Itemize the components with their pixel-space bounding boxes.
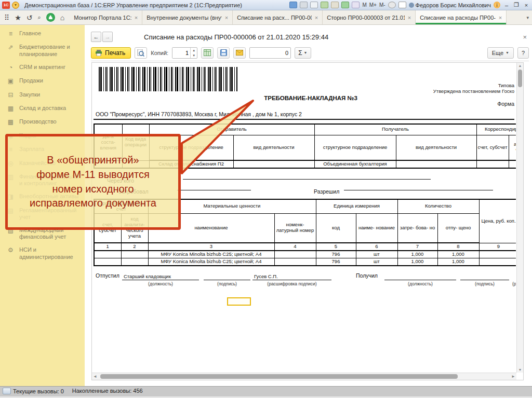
print-button[interactable]: Печать xyxy=(91,47,131,59)
minimize-button[interactable]: – xyxy=(503,2,510,8)
counter-field[interactable]: 0 xyxy=(249,47,291,59)
table-row[interactable]: МФУ Konica Minolta bizhub C25; цветной; … xyxy=(94,258,516,265)
memory-m-button[interactable]: M xyxy=(362,2,366,8)
cell-name: МФУ Konica Minolta bizhub C25; цветной; … xyxy=(148,258,274,265)
info-icon[interactable]: i xyxy=(494,2,500,8)
cell-receiver-struct: Объединенная бухгалтерия xyxy=(314,160,396,168)
position-caption: (должность) xyxy=(122,281,199,286)
close-button[interactable]: × xyxy=(523,2,530,8)
sidebar-item-main[interactable]: ≡Главное xyxy=(0,27,85,40)
chevron-down-icon: ▼ xyxy=(506,51,509,54)
more-button[interactable]: Еще ▼ xyxy=(487,47,514,59)
th2-released: отпу- щено xyxy=(437,213,479,243)
sigma-icon: Σ xyxy=(298,49,302,57)
horizontal-scroll-thumb[interactable] xyxy=(100,374,458,379)
tab-close-icon[interactable]: × xyxy=(408,15,411,21)
copy-icon[interactable] xyxy=(321,2,328,8)
copies-input[interactable] xyxy=(172,48,190,58)
send-email-button[interactable] xyxy=(233,47,246,59)
cell-code: 796 xyxy=(316,251,356,258)
th2-unit: Единица измерения xyxy=(316,199,397,213)
document-title: Списание на расходы ПР00-000006 от 21.01… xyxy=(144,33,328,41)
tab-monitor-portal[interactable]: Монитор Портала 1С:ИТС × xyxy=(70,10,142,24)
hamburger-icon: ≡ xyxy=(7,30,15,37)
tab-close-icon[interactable]: × xyxy=(135,15,138,21)
sidebar-item-crm[interactable]: ◔CRM и маркетинг xyxy=(0,61,85,74)
diskette-icon xyxy=(220,49,227,56)
sidebar-item-purchases[interactable]: ⊟Закупки xyxy=(0,88,85,102)
table-row[interactable]: МФУ Konica Minolta bizhub C25; цветной; … xyxy=(94,251,516,258)
apps-grid-icon[interactable]: ⠿ xyxy=(4,13,9,22)
form-approved-line2: Утверждена постановлением Госко xyxy=(290,88,514,94)
page-setup-button[interactable] xyxy=(201,47,214,59)
annotation-text: В «общепринятой» форме М-11 выводится но… xyxy=(30,153,156,210)
back-button[interactable]: ← xyxy=(91,32,101,42)
sidebar-item-budgeting[interactable]: ⇗Бюджетирование и планирование xyxy=(0,40,85,60)
active-cell-selector[interactable] xyxy=(227,297,251,306)
tab-writeoff-006[interactable]: Списание на расх... ПР00-000006 × xyxy=(233,10,323,24)
history-icon[interactable]: ↺ xyxy=(26,13,33,22)
cell-released: 1,000 xyxy=(437,258,479,265)
th-sender: Отправитель xyxy=(149,124,314,135)
sidebar-item-production[interactable]: ▩Производство xyxy=(0,115,85,129)
favorites-star-icon[interactable]: ★ xyxy=(15,13,21,22)
horizontal-scrollbar[interactable]: ◄ ► xyxy=(92,373,516,380)
accumulated-calls: Накопленные вызовы: 456 xyxy=(72,388,143,394)
memory-mminus-button[interactable]: M- xyxy=(379,2,385,8)
crm-icon: ◔ xyxy=(7,64,15,71)
scroll-right-icon[interactable]: ► xyxy=(510,373,516,380)
cell-name: МФУ Konica Minolta bizhub C25; цветной; … xyxy=(148,251,274,258)
current-user[interactable]: Федоров Борис Михайлович xyxy=(409,2,491,8)
sidebar-item-admin[interactable]: ⚙НСИ и администрирование xyxy=(0,243,85,263)
zoom-icon[interactable] xyxy=(388,2,396,8)
chevron-down-icon: ▼ xyxy=(304,51,308,54)
calendar-icon[interactable] xyxy=(341,2,349,8)
save-icon[interactable] xyxy=(289,2,297,8)
sidebar-item-warehouse[interactable]: ▦Склад и доставка xyxy=(0,102,85,115)
help-button[interactable]: ? xyxy=(517,47,529,59)
cell-unit: шт xyxy=(356,258,397,265)
cell-demanded: 1,000 xyxy=(397,251,437,258)
print-preview-icon[interactable] xyxy=(310,2,318,8)
discussions-icon[interactable] xyxy=(46,13,55,22)
copies-stepper[interactable]: ▲ ▼ xyxy=(172,47,197,59)
preview-button[interactable] xyxy=(135,47,147,59)
th2-price: Цена, руб. коп. xyxy=(479,199,516,243)
sum-button[interactable]: Σ ▼ xyxy=(295,47,311,59)
search-icon[interactable]: ⌕ xyxy=(38,14,41,21)
scroll-down-icon[interactable]: ▼ xyxy=(517,367,523,373)
scroll-up-icon[interactable]: ▲ xyxy=(517,63,523,68)
forward-button[interactable]: → xyxy=(102,32,113,42)
save-document-button[interactable] xyxy=(217,47,230,59)
tab-label: Списание на расх... ПР00-000006 xyxy=(237,15,312,21)
user-name: Федоров Борис Михайлович xyxy=(416,2,491,8)
tab-close-icon[interactable]: × xyxy=(225,15,228,21)
home-icon[interactable]: ⌂ xyxy=(60,13,64,22)
th2-demanded: затре- бова- но xyxy=(397,213,437,243)
tab-internal-documents[interactable]: Внутренние документы (внутре... × xyxy=(142,10,233,24)
maximize-button[interactable]: ❐ xyxy=(513,2,520,8)
sidebar-item-label: Склад и доставка xyxy=(19,105,66,112)
print-toolbar: Печать Копий: ▲ ▼ 0 xyxy=(91,47,529,61)
tab-overflow-icon[interactable]: ▾ xyxy=(523,10,532,24)
barcode xyxy=(99,67,238,91)
document-close-icon[interactable]: × xyxy=(521,33,529,41)
print-button-label: Печать xyxy=(105,49,125,57)
tab-close-icon[interactable]: × xyxy=(499,15,502,21)
spin-down-icon[interactable]: ▼ xyxy=(191,53,197,58)
sidebar-item-sales[interactable]: ▣Продажи xyxy=(0,74,85,88)
vertical-scrollbar[interactable]: ▲ ▼ xyxy=(516,63,523,373)
tab-writeoff-active[interactable]: Списание на расходы ПР00-00... × xyxy=(416,10,507,24)
split-panel-icon[interactable] xyxy=(398,2,406,8)
memory-mplus-button[interactable]: M+ xyxy=(369,2,377,8)
tab-storno-003[interactable]: Сторно ПР00-000003 от 21.01.2... × xyxy=(323,10,416,24)
spin-up-icon[interactable]: ▲ xyxy=(191,48,197,53)
vertical-scroll-thumb[interactable] xyxy=(518,70,522,87)
calculator-icon[interactable] xyxy=(352,2,360,8)
scroll-left-icon[interactable]: ◄ xyxy=(92,373,98,380)
th2-unitname: наиме- нование xyxy=(356,213,397,243)
tab-close-icon[interactable]: × xyxy=(315,15,318,21)
print-icon[interactable] xyxy=(300,2,308,8)
main-menu-icon[interactable]: ▾ xyxy=(12,2,19,9)
paste-icon[interactable] xyxy=(331,2,339,8)
